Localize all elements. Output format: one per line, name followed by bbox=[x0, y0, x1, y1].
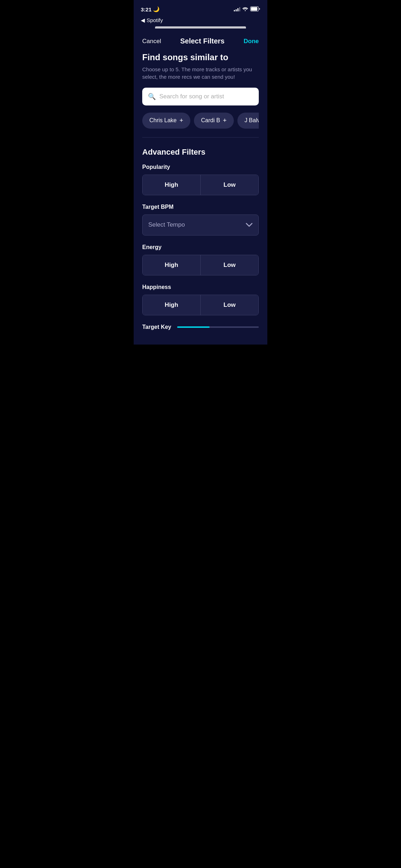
popularity-low-button[interactable]: Low bbox=[201, 175, 258, 195]
search-input-container[interactable]: 🔍 Search for song or artist bbox=[142, 88, 259, 105]
energy-toggle-group: High Low bbox=[142, 255, 259, 275]
status-bar: 3:21 🌙 bbox=[134, 0, 267, 16]
find-songs-section: Find songs similar to Choose up to 5. Th… bbox=[142, 52, 259, 81]
target-key-row: Target Key bbox=[142, 324, 259, 330]
happiness-low-button[interactable]: Low bbox=[201, 295, 258, 315]
chip-label: Chris Lake bbox=[149, 117, 176, 124]
target-key-slider[interactable] bbox=[177, 326, 259, 328]
energy-label: Energy bbox=[142, 244, 259, 250]
done-button[interactable]: Done bbox=[244, 38, 259, 45]
popularity-high-button[interactable]: High bbox=[143, 175, 201, 195]
happiness-high-button[interactable]: High bbox=[143, 295, 201, 315]
chip-chris-lake[interactable]: Chris Lake + bbox=[142, 113, 190, 129]
find-songs-title: Find songs similar to bbox=[142, 52, 259, 63]
search-placeholder: Search for song or artist bbox=[159, 93, 224, 100]
section-divider bbox=[142, 137, 259, 138]
moon-icon: 🌙 bbox=[153, 6, 160, 12]
phone-container: 3:21 🌙 bbox=[134, 0, 267, 345]
chip-label: Cardi B bbox=[201, 117, 220, 124]
signal-bars bbox=[234, 7, 240, 11]
chip-plus-icon: + bbox=[179, 117, 183, 124]
target-bpm-label: Target BPM bbox=[142, 204, 259, 210]
cancel-button[interactable]: Cancel bbox=[142, 38, 161, 45]
main-container: Cancel Select Filters Done Find songs si… bbox=[134, 29, 267, 345]
svg-rect-1 bbox=[251, 7, 257, 11]
wifi-icon bbox=[242, 7, 248, 12]
chip-label: J Balvin bbox=[245, 117, 259, 124]
page-title: Select Filters bbox=[180, 37, 225, 45]
popularity-toggle-group: High Low bbox=[142, 175, 259, 195]
advanced-filters-section: Advanced Filters Popularity High Low Tar… bbox=[142, 148, 259, 330]
time-display: 3:21 bbox=[141, 6, 151, 12]
popularity-label: Popularity bbox=[142, 164, 259, 170]
bpm-dropdown[interactable]: Select Tempo bbox=[142, 215, 259, 236]
artist-chips-row: Chris Lake + Cardi B + J Balvin + bbox=[142, 113, 259, 130]
chevron-down-icon bbox=[246, 221, 253, 229]
chip-j-balvin[interactable]: J Balvin + bbox=[237, 113, 259, 129]
nav-header: Cancel Select Filters Done bbox=[142, 29, 259, 52]
bpm-placeholder-text: Select Tempo bbox=[148, 221, 185, 228]
key-slider-fill bbox=[177, 326, 210, 328]
search-icon: 🔍 bbox=[148, 93, 156, 100]
find-songs-subtitle: Choose up to 5. The more tracks or artis… bbox=[142, 66, 259, 81]
target-key-label: Target Key bbox=[142, 324, 171, 330]
back-label: ◀ Spotify bbox=[141, 17, 163, 24]
happiness-toggle-group: High Low bbox=[142, 295, 259, 315]
advanced-filters-title: Advanced Filters bbox=[142, 148, 259, 157]
battery-icon bbox=[250, 6, 260, 12]
chip-cardi-b[interactable]: Cardi B + bbox=[194, 113, 234, 129]
back-bar: ◀ Spotify bbox=[134, 16, 267, 26]
energy-low-button[interactable]: Low bbox=[201, 255, 258, 275]
energy-high-button[interactable]: High bbox=[143, 255, 201, 275]
status-time: 3:21 🌙 bbox=[141, 6, 160, 12]
back-spotify-button[interactable]: ◀ Spotify bbox=[141, 17, 260, 24]
status-icons bbox=[234, 6, 260, 12]
happiness-label: Happiness bbox=[142, 284, 259, 290]
chip-plus-icon: + bbox=[223, 117, 227, 124]
